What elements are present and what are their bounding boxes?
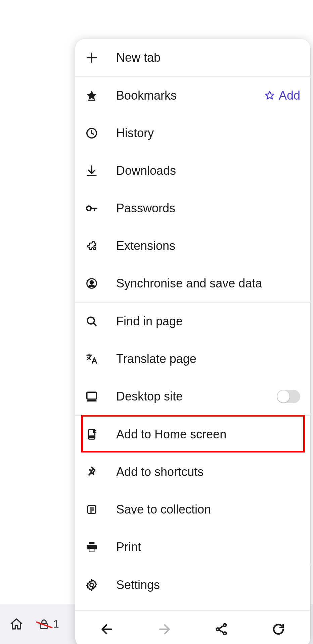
svg-rect-9 xyxy=(90,436,94,438)
menu-downloads[interactable]: Downloads xyxy=(75,152,310,190)
menu-find-in-page[interactable]: Find in page xyxy=(75,303,310,340)
nav-reload-button[interactable] xyxy=(269,620,287,638)
search-icon xyxy=(83,312,101,330)
svg-point-5 xyxy=(90,281,93,284)
desktop-site-toggle[interactable] xyxy=(277,390,300,403)
menu-settings[interactable]: Settings xyxy=(75,566,310,604)
star-outline-icon xyxy=(264,90,275,101)
menu-item-label: Save to collection xyxy=(116,502,300,517)
menu-item-label: Passwords xyxy=(116,201,300,215)
menu-nav-bar xyxy=(75,610,310,644)
menu-print[interactable]: Print xyxy=(75,528,310,566)
nav-share-button[interactable] xyxy=(212,620,230,638)
menu-sync[interactable]: Synchronise and save data xyxy=(75,265,310,302)
bookmarks-add-button[interactable]: Add xyxy=(264,89,300,103)
menu-item-label: Translate page xyxy=(116,352,300,366)
menu-bookmarks[interactable]: Bookmarks Add xyxy=(75,77,310,114)
monitor-icon xyxy=(83,387,101,406)
home-icon[interactable] xyxy=(9,617,24,631)
menu-item-label: Settings xyxy=(116,578,300,592)
nav-back-button[interactable] xyxy=(98,620,116,638)
menu-item-label: Desktop site xyxy=(116,389,261,404)
menu-new-tab[interactable]: New tab xyxy=(75,39,310,76)
menu-item-label: Downloads xyxy=(116,164,300,178)
overflow-menu: New tab Bookmarks Add History xyxy=(75,39,310,644)
svg-rect-7 xyxy=(87,392,97,399)
tab-count: 1 xyxy=(53,618,59,630)
tabs-button[interactable]: 1 xyxy=(37,617,59,631)
star-filled-icon xyxy=(83,87,101,105)
svg-point-12 xyxy=(90,583,94,587)
menu-add-to-shortcuts[interactable]: Add to shortcuts xyxy=(75,453,310,491)
divider xyxy=(75,604,310,604)
menu-history[interactable]: History xyxy=(75,114,310,152)
svg-rect-0 xyxy=(40,624,48,628)
download-icon xyxy=(83,162,101,180)
account-circle-icon xyxy=(83,274,101,292)
menu-passwords[interactable]: Passwords xyxy=(75,190,310,227)
menu-item-label: Add to Home screen xyxy=(116,427,300,441)
menu-add-to-home-screen[interactable]: Add to Home screen xyxy=(75,416,310,453)
menu-item-label: Extensions xyxy=(116,239,300,253)
lock-crossed-icon xyxy=(37,617,51,631)
menu-item-label: Find in page xyxy=(116,314,300,328)
nav-forward-button[interactable] xyxy=(155,620,173,638)
add-to-home-icon xyxy=(83,425,101,443)
print-icon xyxy=(83,538,101,556)
svg-rect-1 xyxy=(88,100,95,101)
menu-item-label: Bookmarks xyxy=(116,89,249,103)
menu-item-label: New tab xyxy=(116,51,300,65)
menu-item-label: Print xyxy=(116,540,300,554)
menu-extensions[interactable]: Extensions xyxy=(75,227,310,265)
menu-save-to-collection[interactable]: Save to collection xyxy=(75,491,310,528)
menu-item-label: History xyxy=(116,126,300,140)
menu-item-label: Add to shortcuts xyxy=(116,465,300,479)
plus-icon xyxy=(83,49,101,67)
menu-item-label: Synchronise and save data xyxy=(116,276,300,290)
pin-icon xyxy=(83,463,101,481)
bookmarks-add-label: Add xyxy=(279,89,300,103)
menu-body: New tab Bookmarks Add History xyxy=(75,39,310,610)
key-icon xyxy=(83,199,101,217)
collection-icon xyxy=(83,500,101,519)
translate-icon xyxy=(83,350,101,368)
menu-desktop-site[interactable]: Desktop site xyxy=(75,378,310,415)
clock-icon xyxy=(83,124,101,142)
puzzle-icon xyxy=(83,237,101,255)
gear-icon xyxy=(83,576,101,594)
menu-translate[interactable]: Translate page xyxy=(75,340,310,378)
svg-rect-11 xyxy=(89,549,94,551)
